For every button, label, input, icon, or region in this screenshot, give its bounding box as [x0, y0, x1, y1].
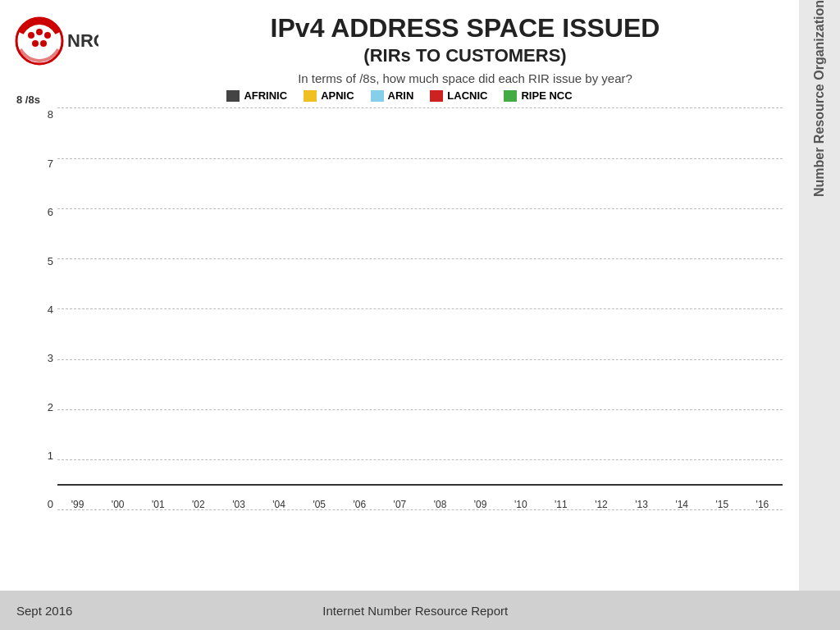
legend-label-lacnic: LACNIC [447, 89, 487, 102]
legend-label-ripe: RIPE NCC [521, 89, 572, 102]
y-axis-unit: 8 /8s [16, 94, 40, 106]
y-label-5: 5 [21, 255, 53, 267]
x-label-10: '10 [500, 499, 541, 510]
legend-item-arin: ARIN [371, 89, 414, 102]
x-axis-baseline [57, 484, 783, 486]
x-axis-labels: '99'00'01'02'03'04'05'06'07'08'09'10'11'… [57, 499, 783, 510]
y-label-2: 2 [21, 401, 53, 413]
x-label-07: '07 [380, 499, 420, 510]
title-area: IPv4 ADDRESS SPACE ISSUED (RIRs TO CUSTO… [107, 8, 824, 85]
x-label-05: '05 [299, 499, 340, 510]
main-container: NRO IPv4 ADDRESS SPACE ISSUED (RIRs TO C… [0, 0, 840, 630]
description: In terms of /8s, how much space did each… [107, 71, 824, 85]
footer-date: Sept 2016 [16, 604, 72, 618]
legend-color-lacnic [430, 90, 443, 102]
footer-report-title: Internet Number Resource Report [322, 604, 508, 618]
bars-container [57, 108, 783, 486]
x-label-09: '09 [460, 499, 500, 510]
x-label-12: '12 [581, 499, 621, 510]
y-label-1: 1 [21, 450, 53, 462]
footer: Sept 2016 Internet Number Resource Repor… [0, 591, 840, 630]
svg-point-2 [28, 32, 34, 39]
header-area: NRO IPv4 ADDRESS SPACE ISSUED (RIRs TO C… [0, 0, 840, 89]
svg-point-3 [36, 29, 43, 35]
legend-color-ripe [504, 90, 517, 102]
x-label-03: '03 [218, 499, 258, 510]
x-label-14: '14 [662, 499, 702, 510]
svg-text:NRO: NRO [67, 30, 98, 51]
x-label-13: '13 [622, 499, 662, 510]
y-label-0: 0 [21, 498, 53, 510]
legend-item-apnic: APNIC [304, 89, 354, 102]
x-label-04: '04 [259, 499, 299, 510]
legend-color-arin [371, 90, 384, 102]
svg-point-6 [40, 40, 47, 47]
y-label-7: 7 [21, 158, 53, 170]
legend-label-arin: ARIN [388, 89, 414, 102]
nro-logo: NRO [8, 12, 98, 70]
chart-section: AFRINIC APNIC ARIN LACNIC RIPE NCC 8 /8s [0, 89, 840, 591]
x-label-00: '00 [98, 499, 138, 510]
y-axis-labels: 012345678 [21, 108, 53, 510]
legend-label-afrinic: AFRINIC [244, 89, 287, 102]
x-label-01: '01 [138, 499, 178, 510]
legend-item-lacnic: LACNIC [430, 89, 487, 102]
x-label-99: '99 [57, 499, 98, 510]
x-label-06: '06 [340, 499, 380, 510]
y-label-3: 3 [21, 352, 53, 364]
x-label-02: '02 [178, 499, 218, 510]
x-label-16: '16 [742, 499, 783, 510]
legend-color-afrinic [226, 90, 240, 102]
chart-area: 8 /8s 012345678 '99'00'01'02'03'04'05'06… [57, 108, 783, 510]
legend: AFRINIC APNIC ARIN LACNIC RIPE NCC [16, 89, 783, 102]
legend-label-apnic: APNIC [321, 89, 354, 102]
y-label-6: 6 [21, 206, 53, 218]
x-label-08: '08 [420, 499, 460, 510]
x-label-15: '15 [702, 499, 742, 510]
right-strip: Number Resource Organization [799, 0, 840, 591]
y-label-8: 8 [21, 108, 53, 121]
svg-point-5 [32, 40, 39, 47]
svg-point-4 [44, 32, 51, 39]
legend-color-apnic [304, 90, 317, 102]
legend-item-afrinic: AFRINIC [226, 89, 287, 102]
subtitle: (RIRs TO CUSTOMERS) [107, 45, 824, 66]
x-label-11: '11 [541, 499, 581, 510]
main-title: IPv4 ADDRESS SPACE ISSUED [107, 12, 824, 43]
y-label-4: 4 [21, 304, 53, 316]
right-strip-text: Number Resource Organization [812, 0, 827, 213]
logo-area: NRO [8, 12, 107, 73]
legend-item-ripe: RIPE NCC [504, 89, 572, 102]
